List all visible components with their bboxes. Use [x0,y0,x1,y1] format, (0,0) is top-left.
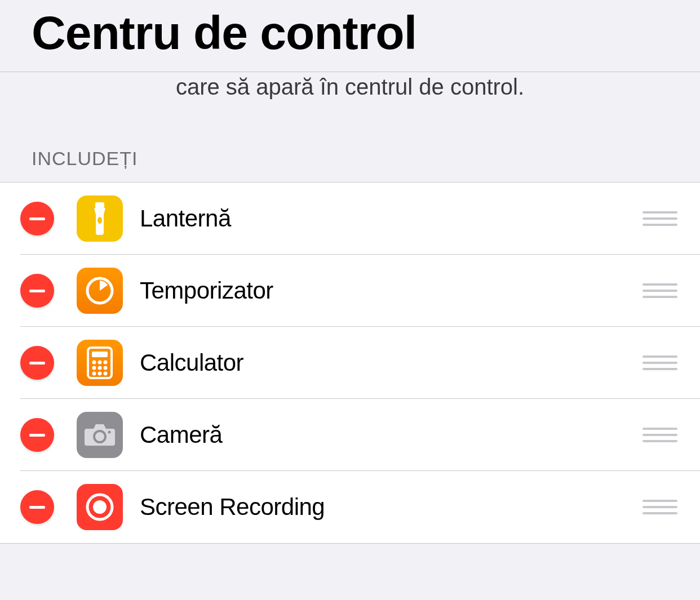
page-description: care să apară în centrul de control. [0,71,700,148]
remove-button[interactable] [20,490,54,524]
drag-handle-icon[interactable] [643,500,680,514]
svg-rect-0 [95,202,104,208]
camera-icon [77,412,123,458]
minus-icon [29,290,45,292]
svg-point-11 [92,372,96,376]
svg-point-13 [104,372,108,376]
screen-recording-icon [77,484,123,530]
remove-button[interactable] [20,346,54,380]
svg-point-17 [93,500,107,514]
svg-point-9 [98,366,102,370]
page-title: Centru de control [32,6,668,60]
list-item[interactable]: Temporizator [0,255,700,327]
minus-icon [29,434,45,437]
calculator-icon [77,340,123,386]
svg-rect-4 [92,352,108,357]
remove-button[interactable] [20,274,54,308]
minus-icon [29,217,45,220]
remove-button[interactable] [20,418,54,452]
drag-handle-icon[interactable] [643,283,680,298]
svg-point-10 [104,366,108,370]
list-item-label: Lanternă [140,205,643,232]
list-item[interactable]: Cameră [0,399,700,471]
drag-handle-icon[interactable] [643,211,680,226]
svg-point-15 [108,431,111,434]
page-header: Centru de control [0,0,700,72]
svg-point-12 [98,372,102,376]
remove-button[interactable] [20,202,54,235]
list-item[interactable]: Lanternă [0,183,700,255]
flashlight-icon [77,195,123,242]
list-item-label: Temporizator [140,277,643,304]
minus-icon [29,506,45,509]
drag-handle-icon[interactable] [643,428,680,442]
list-item[interactable]: Calculator [0,327,700,399]
svg-point-6 [98,361,102,365]
list-item[interactable]: Screen Recording [0,471,700,543]
included-controls-list: Lanternă Temporizator [0,182,700,544]
minus-icon [29,362,45,365]
list-item-label: Calculator [140,349,643,376]
svg-point-7 [104,361,108,365]
drag-handle-icon[interactable] [643,355,680,370]
svg-point-5 [92,361,96,365]
svg-point-1 [98,217,102,224]
section-label-include: INCLUDEȚI [0,148,700,182]
svg-point-8 [92,366,96,370]
list-item-label: Cameră [140,421,643,448]
list-item-label: Screen Recording [140,494,643,521]
timer-icon [77,268,123,314]
